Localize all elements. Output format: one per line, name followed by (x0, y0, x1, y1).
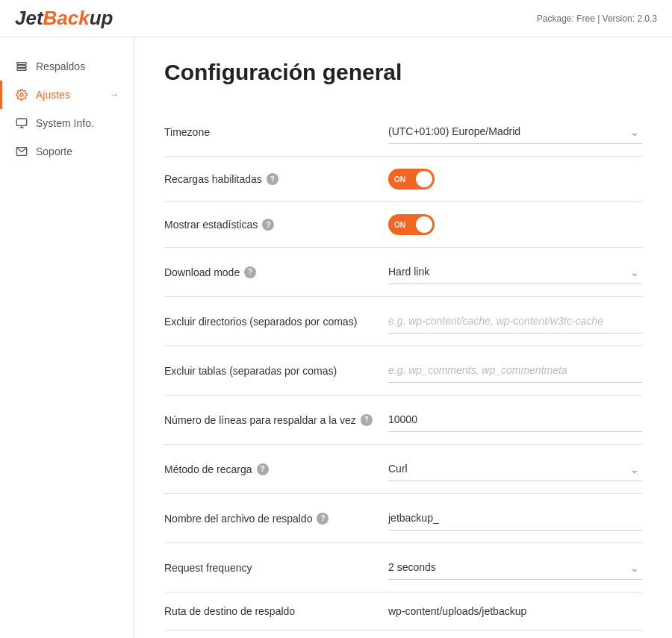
sidebar-label-system-info: System Info. (36, 117, 94, 129)
svg-rect-2 (17, 69, 26, 71)
download-mode-select-wrapper[interactable]: Hard link ⌄ (388, 260, 642, 284)
metodo-recarga-select-wrapper[interactable]: Curl ⌄ (388, 457, 642, 481)
page-title: Configuración general (164, 60, 642, 85)
sidebar-item-ajustes[interactable]: Ajustes → (0, 81, 134, 109)
sidebar-item-soporte[interactable]: Soporte (0, 137, 134, 166)
toggle-estadisticas-wrapper: ON (388, 214, 642, 235)
toggle-recargas-knob (416, 171, 432, 187)
control-download-mode: Hard link ⌄ (388, 260, 642, 284)
help-icon-nombre-archivo[interactable]: ? (317, 513, 329, 525)
form-row-nombre-archivo: Nombre del archivo de respaldo ? (164, 494, 642, 543)
label-recargas: Recargas habilitadas ? (164, 173, 373, 185)
label-excluir-directorios: Excluir directorios (separados por comas… (164, 316, 373, 328)
arrow-icon: → (110, 90, 119, 100)
svg-rect-1 (17, 66, 26, 68)
form-row-download-mode: Download mode ? Hard link ⌄ (164, 248, 642, 297)
sidebar-item-respaldos[interactable]: Respaldos (0, 52, 134, 81)
control-numero-lineas (388, 407, 642, 432)
sidebar-label-soporte: Soporte (36, 146, 72, 157)
form-row-excluir-directorios: Excluir directorios (separados por comas… (164, 297, 642, 346)
request-frequency-select-wrapper[interactable]: 2 seconds ⌄ (388, 555, 642, 580)
form-row-timezone: Timezone (UTC+01:00) Europe/Madrid ⌄ (164, 107, 642, 157)
form-row-ruta-destino: Ruta de destino de respaldo wp-content/u… (164, 592, 642, 631)
logo-back: Back (43, 7, 90, 29)
timezone-select-display[interactable]: (UTC+01:00) Europe/Madrid (388, 119, 642, 144)
input-numero-lineas[interactable] (388, 407, 642, 432)
gear-icon (15, 88, 28, 101)
ruta-destino-value: wp-content/uploads/jetbackup (388, 605, 526, 617)
label-request-frequency: Request frequency (164, 562, 373, 574)
download-mode-select-display[interactable]: Hard link (388, 260, 642, 284)
help-icon-numero-lineas[interactable]: ? (361, 414, 373, 426)
toggle-recargas-label: ON (394, 175, 405, 184)
form-row-numero-lineas: Número de líneas para respaldar a la vez… (164, 395, 642, 445)
control-recargas: ON (388, 169, 642, 190)
backup-icon (15, 60, 28, 73)
form-row-estadisticas: Mostrar estadísticas ? ON (164, 202, 642, 248)
help-icon-download-mode[interactable]: ? (244, 266, 256, 278)
control-ruta-destino: wp-content/uploads/jetbackup (388, 604, 642, 618)
control-timezone: (UTC+01:00) Europe/Madrid ⌄ (388, 119, 642, 144)
app-header: JetBackup Package: Free | Version: 2.0.3 (0, 0, 672, 37)
app-body: Respaldos Ajustes → System Info. (0, 37, 672, 638)
form-row-metodo-recarga: Método de recarga ? Curl ⌄ (164, 445, 642, 494)
input-excluir-tablas[interactable] (388, 358, 642, 383)
version-info: Package: Free | Version: 2.0.3 (537, 13, 657, 24)
sidebar-label-respaldos: Respaldos (36, 60, 85, 72)
help-icon-estadisticas[interactable]: ? (262, 219, 274, 231)
metodo-recarga-select-display[interactable]: Curl (388, 457, 642, 481)
control-excluir-tablas (388, 358, 642, 383)
label-metodo-recarga: Método de recarga ? (164, 463, 373, 475)
form-row-excluir-tablas: Excluir tablas (separadas por comas) (164, 346, 642, 395)
svg-point-3 (20, 93, 23, 96)
main-content: Configuración general Timezone (UTC+01:0… (134, 37, 672, 638)
logo-up: up (90, 7, 113, 29)
toggle-recargas[interactable]: ON (388, 169, 435, 190)
label-timezone: Timezone (164, 126, 373, 138)
label-ruta-destino: Ruta de destino de respaldo (164, 605, 373, 617)
help-icon-metodo-recarga[interactable]: ? (257, 463, 269, 475)
logo-jet: Jet (15, 7, 43, 29)
input-nombre-archivo[interactable] (388, 506, 642, 531)
sidebar-item-system-info[interactable]: System Info. (0, 109, 134, 137)
sidebar: Respaldos Ajustes → System Info. (0, 37, 134, 638)
logo: JetBackup (15, 7, 113, 30)
label-nombre-archivo: Nombre del archivo de respaldo ? (164, 513, 373, 525)
svg-rect-0 (17, 63, 26, 65)
form-row-recargas: Recargas habilitadas ? ON (164, 157, 642, 202)
svg-rect-4 (16, 119, 26, 125)
control-excluir-directorios (388, 309, 642, 334)
toggle-recargas-wrapper: ON (388, 169, 642, 190)
label-excluir-tablas: Excluir tablas (separadas por comas) (164, 365, 373, 377)
input-excluir-directorios[interactable] (388, 309, 642, 334)
control-metodo-recarga: Curl ⌄ (388, 457, 642, 481)
toggle-estadisticas-knob (416, 216, 432, 233)
control-estadisticas: ON (388, 214, 642, 235)
control-nombre-archivo (388, 506, 642, 531)
label-download-mode: Download mode ? (164, 266, 373, 278)
toggle-estadisticas[interactable]: ON (388, 214, 435, 235)
control-request-frequency: 2 seconds ⌄ (388, 555, 642, 580)
toggle-estadisticas-label: ON (394, 221, 405, 229)
help-icon-recargas[interactable]: ? (267, 173, 279, 185)
mail-icon (15, 145, 28, 158)
form-row-request-frequency: Request frequency 2 seconds ⌄ (164, 543, 642, 592)
system-icon (15, 116, 28, 130)
timezone-select-wrapper[interactable]: (UTC+01:00) Europe/Madrid ⌄ (388, 119, 642, 144)
label-numero-lineas: Número de líneas para respaldar a la vez… (164, 414, 373, 426)
request-frequency-select-display[interactable]: 2 seconds (388, 555, 642, 580)
label-estadisticas: Mostrar estadísticas ? (164, 219, 373, 231)
sidebar-label-ajustes: Ajustes (36, 89, 70, 101)
